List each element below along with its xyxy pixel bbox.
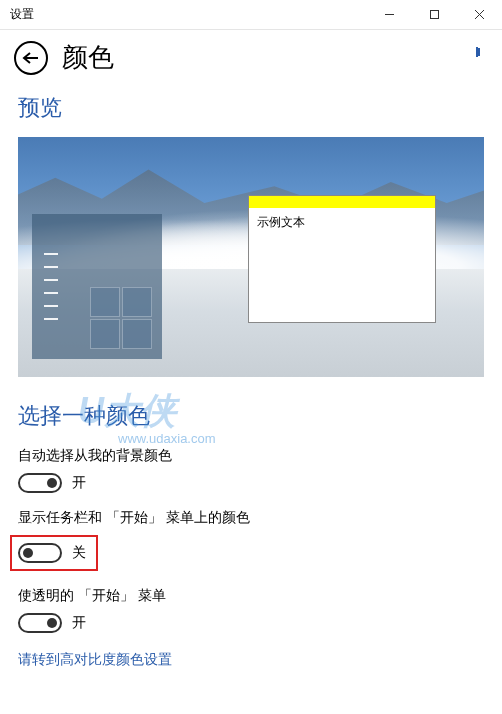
sample-text: 示例文本 <box>249 208 435 237</box>
show-taskbar-toggle[interactable] <box>18 543 62 563</box>
transparent-start-state: 开 <box>72 614 86 632</box>
high-contrast-link[interactable]: 请转到高对比度颜色设置 <box>18 651 484 669</box>
show-taskbar-state: 关 <box>72 544 86 562</box>
page-header: 颜色 <box>0 30 502 81</box>
watermark-url: www.udaxia.com <box>118 431 216 446</box>
option-auto-pick: 自动选择从我的背景颜色 开 <box>18 447 484 493</box>
svg-rect-1 <box>431 11 439 19</box>
auto-pick-label: 自动选择从我的背景颜色 <box>18 447 484 465</box>
window-title: 设置 <box>0 6 367 23</box>
page-title: 颜色 <box>62 40 114 75</box>
transparent-start-toggle[interactable] <box>18 613 62 633</box>
start-menu-preview <box>32 214 162 359</box>
auto-pick-toggle[interactable] <box>18 473 62 493</box>
pin-icon[interactable] <box>464 44 484 63</box>
maximize-button[interactable] <box>412 0 457 29</box>
option-show-taskbar: 显示任务栏和 「开始」 菜单上的颜色 关 <box>18 509 484 571</box>
show-taskbar-label: 显示任务栏和 「开始」 菜单上的颜色 <box>18 509 484 527</box>
window-titlebar: 设置 <box>0 0 502 30</box>
minimize-button[interactable] <box>367 0 412 29</box>
highlighted-toggle-box: 关 <box>10 535 98 571</box>
option-transparent-start: 使透明的 「开始」 菜单 开 <box>18 587 484 633</box>
auto-pick-state: 开 <box>72 474 86 492</box>
preview-section-title: 预览 <box>18 93 484 123</box>
transparent-start-label: 使透明的 「开始」 菜单 <box>18 587 484 605</box>
back-button[interactable] <box>14 41 48 75</box>
sample-window-preview: 示例文本 <box>248 195 436 323</box>
content-area: 预览 示例文本 选择一种颜色 U大侠 www.udaxia.com 自动选择从我… <box>0 81 502 669</box>
close-button[interactable] <box>457 0 502 29</box>
window-controls <box>367 0 502 29</box>
choose-color-title: 选择一种颜色 U大侠 www.udaxia.com <box>18 401 484 431</box>
color-preview: 示例文本 <box>18 137 484 377</box>
